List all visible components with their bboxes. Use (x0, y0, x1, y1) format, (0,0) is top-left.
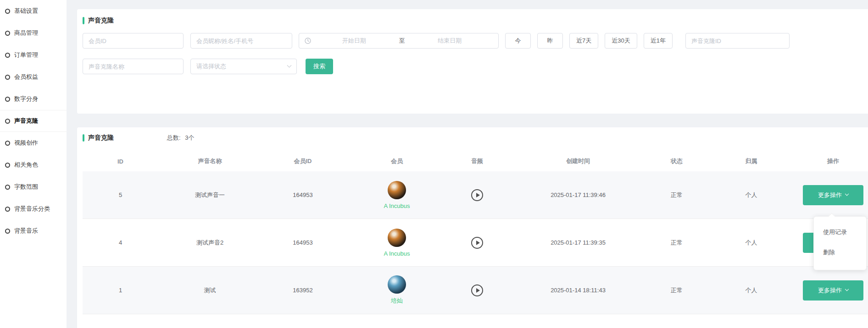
radio-circle-icon (5, 229, 10, 234)
cell-actions: 更多操作 (801, 280, 866, 301)
member-avatar[interactable] (388, 229, 406, 247)
sidebar-item-1[interactable]: 商品管理 (0, 22, 67, 44)
cell-id: 1 (83, 287, 158, 294)
radio-circle-icon (5, 207, 10, 212)
member-name-input[interactable] (190, 33, 292, 49)
voice-clone-table: ID声音名称会员ID会员音频创建时间状态归属操作 5 测试声音一 164953 … (83, 151, 868, 314)
cell-audio (450, 237, 505, 249)
dropdown-menu-item[interactable]: 使用记录 (814, 222, 866, 242)
sidebar-item-label: 背景音乐分类 (14, 205, 50, 213)
play-audio-button[interactable] (471, 189, 483, 201)
table-header-cell: 音频 (450, 157, 505, 165)
cell-audio (450, 284, 505, 296)
radio-circle-icon (5, 75, 10, 80)
sidebar-item-8[interactable]: 字数范围 (0, 176, 67, 198)
sidebar-item-7[interactable]: 相关角色 (0, 154, 67, 176)
cell-belong: 个人 (702, 191, 801, 199)
member-name-link[interactable]: 培灿 (391, 297, 403, 305)
clone-id-input[interactable] (685, 33, 790, 49)
more-actions-button[interactable]: 更多操作 (803, 185, 863, 205)
quick-date-button[interactable]: 近7天 (569, 33, 598, 49)
play-icon (476, 288, 480, 293)
play-icon (476, 241, 480, 245)
table-panel: 声音克隆 总数: 3个 ID声音名称会员ID会员音频创建时间状态归属操作 5 测… (77, 127, 868, 328)
table-header-cell: 创建时间 (505, 157, 651, 165)
total-value: 3个 (185, 134, 194, 141)
play-audio-button[interactable] (471, 237, 483, 249)
table-row: 5 测试声音一 164953 A Incubus 2025-01-17 11:3… (83, 171, 868, 219)
date-end-placeholder: 结束日期 (407, 37, 493, 45)
member-avatar[interactable] (388, 275, 406, 294)
sidebar-item-label: 字数范围 (14, 183, 38, 191)
actions-dropdown-menu: 使用记录删除 (813, 216, 867, 270)
sidebar-item-label: 背景音乐 (14, 227, 38, 235)
quick-date-button[interactable]: 昨 (537, 33, 563, 49)
date-range-input[interactable]: 开始日期 至 结束日期 (299, 33, 499, 49)
cell-status: 正常 (651, 286, 702, 295)
cell-belong: 个人 (702, 286, 801, 295)
cell-id: 4 (83, 239, 158, 246)
radio-circle-icon (5, 185, 10, 190)
clone-name-input[interactable] (83, 59, 184, 74)
sidebar-item-6[interactable]: 视频创作 (0, 132, 67, 154)
table-header-cell: 操作 (801, 157, 866, 165)
member-name-link[interactable]: A Incubus (384, 250, 410, 257)
cell-member: A Incubus (344, 229, 450, 257)
cell-audio (450, 189, 505, 201)
cell-member-id: 164953 (262, 191, 344, 198)
play-audio-button[interactable] (471, 284, 483, 296)
quick-date-button[interactable]: 今 (505, 33, 531, 49)
radio-circle-icon (5, 97, 10, 102)
cell-voice-name: 测试声音2 (158, 239, 262, 247)
dropdown-menu-item[interactable]: 删除 (814, 242, 866, 262)
sidebar-item-label: 声音克隆 (14, 117, 38, 125)
clock-icon (305, 38, 311, 44)
sidebar-item-0[interactable]: 基础设置 (0, 0, 67, 22)
sidebar-item-label: 相关角色 (14, 161, 38, 169)
title-accent-bar (83, 17, 84, 24)
quick-date-button[interactable]: 近1年 (644, 33, 673, 49)
cell-created-time: 2025-01-14 18:11:43 (505, 287, 651, 294)
sidebar-item-4[interactable]: 数字分身 (0, 88, 67, 110)
cell-status: 正常 (651, 191, 702, 199)
radio-circle-icon (5, 9, 10, 14)
status-select-placeholder: 请选择状态 (196, 62, 226, 71)
status-select[interactable]: 请选择状态 (190, 59, 297, 74)
member-name-link[interactable]: A Incubus (384, 202, 410, 209)
sidebar-item-label: 订单管理 (14, 51, 38, 59)
member-avatar[interactable] (388, 181, 406, 199)
chevron-down-icon (287, 63, 292, 67)
cell-member-id: 164953 (262, 239, 344, 246)
cell-member-id: 163952 (262, 287, 344, 294)
cell-belong: 个人 (702, 239, 801, 247)
search-button[interactable]: 搜索 (306, 59, 333, 74)
table-header-cell: 状态 (651, 157, 702, 165)
play-icon (476, 193, 480, 197)
member-id-input[interactable] (83, 33, 184, 49)
cell-member: 培灿 (344, 275, 450, 305)
cell-voice-name: 测试声音一 (158, 191, 262, 199)
sidebar-item-label: 会员权益 (14, 73, 38, 81)
date-start-placeholder: 开始日期 (311, 37, 397, 45)
filter-title-text: 声音克隆 (88, 16, 114, 25)
quick-date-button[interactable]: 近30天 (605, 33, 637, 49)
sidebar-item-9[interactable]: 背景音乐分类 (0, 198, 67, 220)
sidebar-item-2[interactable]: 订单管理 (0, 44, 67, 66)
table-body: 5 测试声音一 164953 A Incubus 2025-01-17 11:3… (83, 171, 868, 314)
cell-created-time: 2025-01-17 11:39:35 (505, 239, 651, 246)
sidebar-item-3[interactable]: 会员权益 (0, 66, 67, 88)
radio-circle-icon (5, 141, 10, 146)
cell-status: 正常 (651, 239, 702, 247)
radio-circle-icon (5, 119, 10, 124)
sidebar-item-10[interactable]: 背景音乐 (0, 220, 67, 242)
sidebar-item-label: 数字分身 (14, 95, 38, 103)
cell-actions: 更多操作 (801, 185, 866, 205)
cell-voice-name: 测试 (158, 286, 262, 295)
table-header-cell: 归属 (702, 157, 801, 165)
sidebar: 基础设置 商品管理 订单管理 会员权益 数字分身 声音克隆 视频创作 相关角色 … (0, 0, 67, 328)
sidebar-item-5[interactable]: 声音克隆 (0, 110, 67, 132)
more-actions-button[interactable]: 更多操作 (803, 280, 863, 301)
total-count: 总数: 3个 (164, 134, 194, 142)
cell-id: 5 (83, 191, 158, 198)
total-label: 总数: (167, 134, 181, 141)
